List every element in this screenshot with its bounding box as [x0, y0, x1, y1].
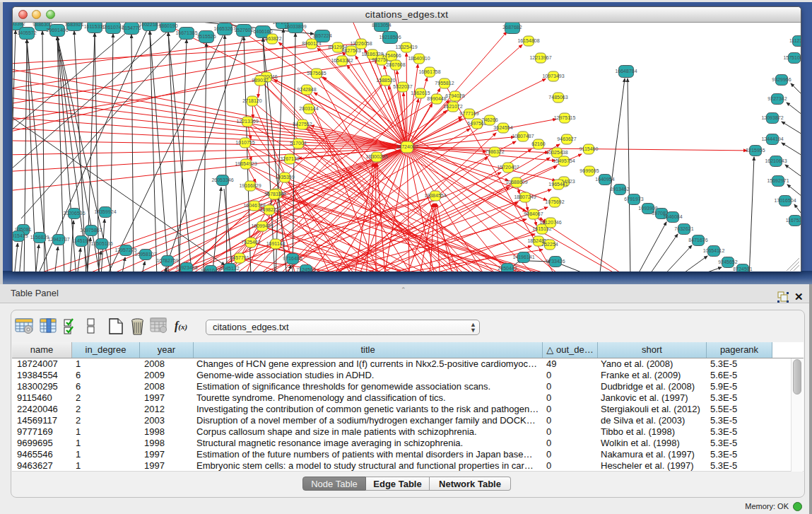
svg-text:12975115: 12975115 — [554, 115, 576, 120]
svg-text:9242848: 9242848 — [297, 87, 316, 92]
svg-text:62160: 62160 — [531, 141, 546, 146]
svg-text:12923448: 12923448 — [175, 265, 197, 270]
svg-text:8215955: 8215955 — [746, 148, 765, 153]
svg-text:18807249: 18807249 — [514, 194, 536, 199]
svg-text:7515526: 7515526 — [196, 34, 216, 39]
svg-text:9463627: 9463627 — [557, 136, 576, 141]
svg-text:16099489: 16099489 — [251, 223, 273, 228]
svg-text:14196141: 14196141 — [512, 255, 534, 259]
svg-text:3267130: 3267130 — [280, 156, 299, 161]
svg-text:12942737: 12942737 — [47, 237, 69, 242]
svg-text:9827503: 9827503 — [341, 48, 360, 53]
svg-text:18724007: 18724007 — [396, 144, 418, 149]
svg-text:19654923: 19654923 — [235, 161, 257, 166]
svg-text:1754666: 1754666 — [382, 53, 401, 58]
svg-text:1075692: 1075692 — [545, 199, 564, 204]
svg-text:18640910: 18640910 — [408, 56, 430, 61]
svg-text:5875685: 5875685 — [307, 71, 326, 76]
svg-text:9227342: 9227342 — [767, 96, 787, 101]
svg-text:12444194: 12444194 — [761, 136, 783, 141]
svg-text:17016504: 17016504 — [774, 198, 796, 203]
svg-text:19384554: 19384554 — [424, 193, 446, 198]
svg-text:2687682: 2687682 — [502, 25, 522, 30]
svg-text:517004: 517004 — [290, 141, 306, 146]
svg-text:13226058: 13226058 — [350, 41, 372, 46]
svg-text:1167534: 1167534 — [786, 218, 801, 223]
svg-text:20691406: 20691406 — [46, 28, 68, 33]
svg-text:1010755: 1010755 — [235, 140, 254, 145]
svg-text:1935359: 1935359 — [275, 175, 294, 180]
svg-text:8045132: 8045132 — [220, 266, 239, 271]
svg-text:8913462: 8913462 — [610, 187, 629, 192]
svg-text:3498222: 3498222 — [259, 207, 278, 212]
svg-text:12505135: 12505135 — [90, 241, 112, 246]
svg-text:16671385: 16671385 — [175, 30, 197, 35]
svg-text:16543382: 16543382 — [331, 58, 353, 63]
svg-text:18300295: 18300295 — [365, 154, 387, 159]
svg-text:1156829: 1156829 — [30, 235, 49, 240]
svg-text:1112390: 1112390 — [789, 38, 801, 43]
svg-text:2450442: 2450442 — [498, 266, 517, 271]
svg-text:16648784: 16648784 — [615, 69, 637, 74]
svg-text:3624554: 3624554 — [493, 125, 512, 130]
svg-text:16154808: 16154808 — [517, 38, 539, 43]
svg-text:1588520: 1588520 — [376, 78, 395, 83]
svg-text:10958107: 10958107 — [134, 252, 156, 257]
svg-text:12213369: 12213369 — [236, 119, 258, 124]
svg-text:6466160: 6466160 — [253, 29, 272, 34]
svg-text:2803144: 2803144 — [299, 106, 318, 111]
svg-text:8471676: 8471676 — [688, 238, 707, 243]
svg-text:9245652: 9245652 — [718, 259, 737, 264]
svg-text:1733426: 1733426 — [546, 259, 565, 264]
svg-text:7986322: 7986322 — [485, 149, 504, 154]
svg-text:7625402: 7625402 — [241, 240, 260, 245]
svg-text:3915413: 3915413 — [13, 233, 28, 238]
svg-text:30975867: 30975867 — [80, 228, 102, 233]
svg-text:19166829: 19166829 — [239, 183, 261, 188]
svg-text:7632621: 7632621 — [674, 226, 693, 231]
svg-text:12213967: 12213967 — [529, 55, 551, 60]
svg-text:16120746: 16120746 — [539, 220, 561, 225]
svg-text:1621072: 1621072 — [443, 104, 462, 109]
svg-text:17957275: 17957275 — [114, 247, 136, 252]
svg-text:6791973: 6791973 — [624, 197, 643, 201]
svg-text:3857224: 3857224 — [312, 33, 331, 38]
svg-text:20206536: 20206536 — [63, 211, 85, 216]
svg-text:8990448: 8990448 — [427, 96, 446, 101]
svg-text:7124503: 7124503 — [296, 267, 315, 272]
svg-text:19218506: 19218506 — [379, 35, 401, 40]
svg-text:746266: 746266 — [481, 117, 498, 122]
svg-text:1145197: 1145197 — [72, 238, 91, 243]
svg-text:7663822: 7663822 — [262, 36, 281, 41]
svg-text:7955812: 7955812 — [435, 81, 454, 86]
svg-text:1527602: 1527602 — [234, 28, 253, 33]
svg-text:17359924: 17359924 — [94, 209, 116, 214]
svg-text:10973493: 10973493 — [542, 74, 564, 78]
svg-text:9115460: 9115460 — [579, 146, 599, 151]
svg-text:1993392: 1993392 — [13, 23, 25, 26]
svg-text:16210643: 16210643 — [765, 158, 787, 163]
svg-text:5322037: 5322037 — [393, 84, 412, 89]
svg-text:1965441: 1965441 — [548, 182, 567, 187]
svg-text:2718120: 2718120 — [242, 98, 261, 103]
svg-text:8427552: 8427552 — [293, 122, 312, 127]
svg-text:9777169: 9777169 — [459, 111, 478, 116]
svg-text:10654112: 10654112 — [703, 248, 725, 253]
svg-text:16033809: 16033809 — [284, 24, 306, 29]
svg-text:9886302: 9886302 — [33, 23, 52, 27]
svg-text:10022181: 10022181 — [139, 23, 160, 27]
svg-text:2867608: 2867608 — [386, 62, 405, 67]
svg-text:989012: 989012 — [252, 78, 268, 83]
svg-text:8813054: 8813054 — [372, 23, 391, 28]
svg-text:10653267: 10653267 — [213, 26, 235, 31]
svg-text:1405572: 1405572 — [17, 30, 36, 35]
svg-text:1691144: 1691144 — [266, 241, 286, 246]
svg-text:7485063: 7485063 — [548, 95, 567, 100]
svg-text:9699695: 9699695 — [579, 168, 599, 173]
svg-text:1860190: 1860190 — [158, 23, 177, 28]
svg-text:1640954: 1640954 — [595, 177, 614, 182]
svg-text:26053346: 26053346 — [211, 177, 233, 182]
svg-text:5578334: 5578334 — [264, 192, 283, 197]
svg-text:10688609: 10688609 — [505, 180, 527, 185]
svg-text:9329966: 9329966 — [772, 77, 791, 82]
